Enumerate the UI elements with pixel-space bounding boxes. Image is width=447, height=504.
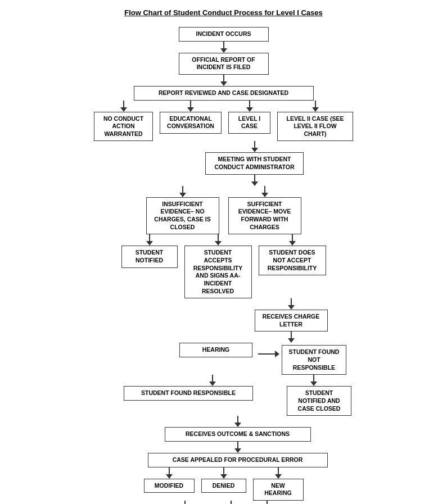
responsibility-branch: STUDENT NOTIFIED STUDENT ACCEPTS RESPONS… [6, 234, 441, 298]
educational-box: EDUCATIONAL CONVERSATION [160, 112, 222, 134]
responsible-row: STUDENT FOUND RESPONSIBLE STUDENT NOTIFI… [6, 386, 441, 416]
student-notified-box: STUDENT NOTIFIED [121, 246, 178, 267]
appeal-branch: MODIFIED DENIED NEW HEARING [6, 467, 441, 501]
not-accept-box: STUDENT DOES NOT ACCEPT RESPONSIBILITY [259, 246, 326, 275]
modified-box: MODIFIED [144, 479, 195, 493]
level-ii-box: LEVEL II CASE (SEE LEVEL II FLOW CHART) [277, 112, 353, 142]
arrow2 [220, 75, 227, 86]
arrow1 [220, 42, 227, 53]
branch-level1: NO CONDUCT ACTION WARRANTED EDUCATIONAL … [6, 101, 441, 142]
hearing-row: HEARING STUDENT FOUND NOT RESPONSIBLE [6, 343, 441, 375]
insufficient-box: INSUFFICIENT EVIDENCE– NO CHARGES, CASE … [146, 197, 219, 235]
level-i-to-meeting-connector [6, 141, 441, 152]
new-hearing-box: NEW HEARING [253, 479, 304, 501]
page-title: Flow Chart of Student Conduct Process fo… [6, 8, 441, 17]
found-responsible-box: STUDENT FOUND RESPONSIBLE [124, 386, 253, 401]
case-appealed-box: CASE APPEALED FOR PROCEDURAL ERROR [148, 453, 328, 467]
report-reviewed-box: REPORT REVIEWED AND CASE DESIGNATED [134, 86, 314, 101]
official-report-box: OFFICIAL REPORT OF INCIDENT IS FILED [179, 53, 269, 75]
no-conduct-box: NO CONDUCT ACTION WARRANTED [94, 112, 153, 142]
denied-box: DENIED [201, 479, 246, 493]
meeting-box: MEETING WITH STUDENT CONDUCT ADMINISTRAT… [205, 152, 304, 174]
outcomes-box: RECEIVES OUTCOME & SANCTIONS [165, 427, 311, 442]
sufficient-box: SUFFICIENT EVIDENCE– MOVE FORWARD WITH C… [228, 197, 301, 235]
notified-closed-box: STUDENT NOTIFIED AND CASE CLOSED [287, 386, 351, 416]
accepts-box: STUDENT ACCEPTS RESPONSIBILITY AND SIGNS… [184, 246, 252, 298]
charge-letter-box: RECEIVES CHARGE LETTER [255, 310, 328, 332]
incident-occurs-box: INCIDENT OCCURS [179, 27, 269, 42]
level-i-box: LEVEL I CASE [228, 112, 270, 134]
hearing-box: HEARING [179, 343, 252, 357]
flowchart: INCIDENT OCCURS OFFICIAL REPORT OF INCID… [6, 27, 441, 504]
evidence-branch: INSUFFICIENT EVIDENCE– NO CHARGES, CASE … [6, 186, 441, 235]
not-responsible-box: STUDENT FOUND NOT RESPONSIBLE [282, 345, 346, 375]
